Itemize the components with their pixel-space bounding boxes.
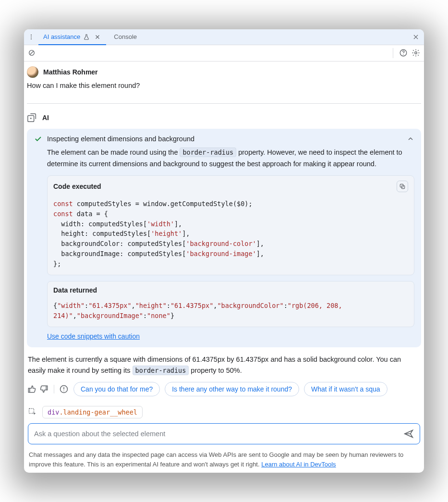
clear-icon[interactable]	[28, 49, 36, 57]
devtools-panel: AI assistance Console	[24, 29, 424, 473]
svg-point-10	[63, 391, 64, 392]
step-body: The element can be made round using the …	[34, 143, 414, 169]
ask-input[interactable]	[32, 427, 401, 441]
svg-point-5	[403, 54, 403, 55]
ai-sparkle-icon	[27, 112, 37, 123]
text: property to 50%.	[191, 367, 242, 374]
svg-point-6	[415, 52, 417, 54]
thumbs-down-icon[interactable]	[39, 384, 49, 394]
toolbar	[24, 45, 424, 61]
report-icon[interactable]	[59, 384, 69, 394]
tab-bar: AI assistance Console	[24, 29, 424, 45]
code-block: {"width":"61.4375px","height":"61.4375px…	[48, 299, 414, 327]
chevron-up-icon[interactable]	[407, 135, 414, 143]
text: .	[59, 408, 63, 416]
element-tag: div	[48, 408, 59, 416]
thumbs-up-icon[interactable]	[27, 384, 36, 394]
code-block: const computedStyles = window.getCompute…	[48, 197, 414, 275]
ai-label: AI	[42, 114, 49, 122]
close-panel-icon[interactable]	[411, 32, 421, 42]
code-executed-label: Code executed	[53, 183, 101, 190]
help-icon[interactable]	[399, 49, 408, 57]
ai-step-panel: Inspecting element dimensions and backgr…	[27, 129, 421, 347]
learn-more-link[interactable]: Learn about AI in DevTools	[261, 461, 336, 468]
tab-label: AI assistance	[43, 33, 80, 40]
ai-header: AI	[27, 104, 421, 129]
tab-console[interactable]: Console	[109, 29, 142, 45]
suggestion-chip[interactable]: Can you do that for me?	[73, 382, 160, 396]
send-icon[interactable]	[401, 427, 416, 441]
caution-row: Use code snippets with caution	[34, 327, 414, 341]
actions-row: Can you do that for me? Is there any oth…	[27, 381, 421, 404]
close-tab-icon[interactable]	[94, 33, 101, 41]
disclaimer: Chat messages and any data the inspected…	[27, 448, 421, 470]
code-executed-card: Code executed const computedStyles = win…	[47, 175, 414, 275]
tab-label: Console	[114, 33, 137, 40]
svg-point-2	[31, 38, 32, 39]
text: Chat messages and any data the inspected…	[29, 451, 403, 468]
flask-icon	[83, 34, 90, 40]
tab-ai-assistance[interactable]: AI assistance	[38, 29, 106, 45]
svg-point-0	[31, 34, 32, 35]
inline-code: border-radius	[133, 366, 189, 375]
data-returned-card: Data returned {"width":"61.4375px","heig…	[47, 281, 414, 327]
select-element-icon[interactable]	[28, 407, 37, 417]
gear-icon[interactable]	[412, 49, 420, 57]
ai-summary: The element is currently a square with d…	[27, 347, 421, 381]
text: The element can be made round using the	[47, 148, 180, 156]
selected-element-row: div.landing-gear__wheel	[27, 404, 421, 422]
more-menu-icon[interactable]	[27, 32, 36, 42]
suggestion-chip[interactable]: What if it wasn't a squa	[304, 382, 387, 396]
ask-input-container	[28, 423, 420, 444]
step-title: Inspecting element dimensions and backgr…	[47, 135, 194, 143]
element-class: landing-gear__wheel	[63, 408, 137, 416]
svg-point-1	[31, 37, 32, 37]
avatar	[27, 66, 38, 78]
svg-rect-11	[29, 409, 34, 414]
inline-code: border-radius	[180, 147, 236, 157]
caution-link[interactable]: Use code snippets with caution	[47, 332, 140, 340]
element-chip[interactable]: div.landing-gear__wheel	[42, 406, 143, 418]
user-name: Matthias Rohmer	[43, 68, 98, 76]
data-returned-label: Data returned	[53, 286, 97, 294]
user-question: How can I make this element round?	[27, 81, 421, 91]
user-message: Matthias Rohmer How can I make this elem…	[27, 61, 421, 98]
copy-icon[interactable]	[397, 181, 408, 192]
suggestion-chip[interactable]: Is there any other way to make it round?	[165, 382, 299, 396]
check-icon	[34, 135, 42, 143]
